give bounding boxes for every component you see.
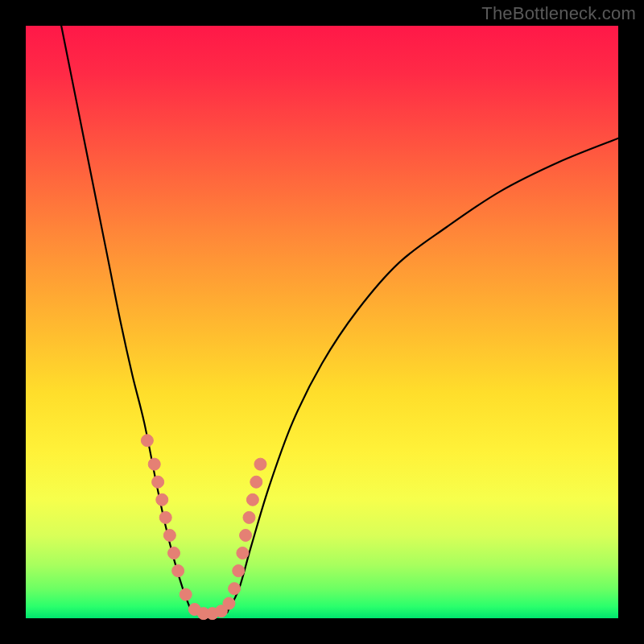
curve-left xyxy=(61,26,192,613)
highlight-dot xyxy=(152,476,164,488)
highlight-dot xyxy=(229,583,241,595)
highlight-dot xyxy=(168,547,180,559)
highlight-dot xyxy=(172,565,184,577)
highlight-dot xyxy=(180,588,192,601)
highlight-dot xyxy=(240,529,252,541)
curve-path-group xyxy=(61,26,618,616)
highlight-dot xyxy=(156,493,168,506)
highlight-dot xyxy=(243,511,255,523)
watermark-text: TheBottleneck.com xyxy=(481,3,636,24)
highlight-dot xyxy=(223,597,235,609)
highlight-dots xyxy=(141,435,266,620)
highlight-dot xyxy=(233,565,245,577)
curve-right xyxy=(227,138,618,613)
plot-area xyxy=(26,26,618,618)
highlight-dot xyxy=(141,435,153,447)
highlight-dot xyxy=(237,547,249,559)
highlight-dot xyxy=(246,493,258,506)
highlight-dot xyxy=(254,458,266,470)
highlight-dot xyxy=(163,529,175,541)
highlight-dot xyxy=(148,458,160,470)
highlight-dot xyxy=(250,476,262,488)
highlight-dot xyxy=(159,511,171,523)
bottleneck-curve xyxy=(26,26,618,618)
chart-container: TheBottleneck.com xyxy=(0,0,644,644)
